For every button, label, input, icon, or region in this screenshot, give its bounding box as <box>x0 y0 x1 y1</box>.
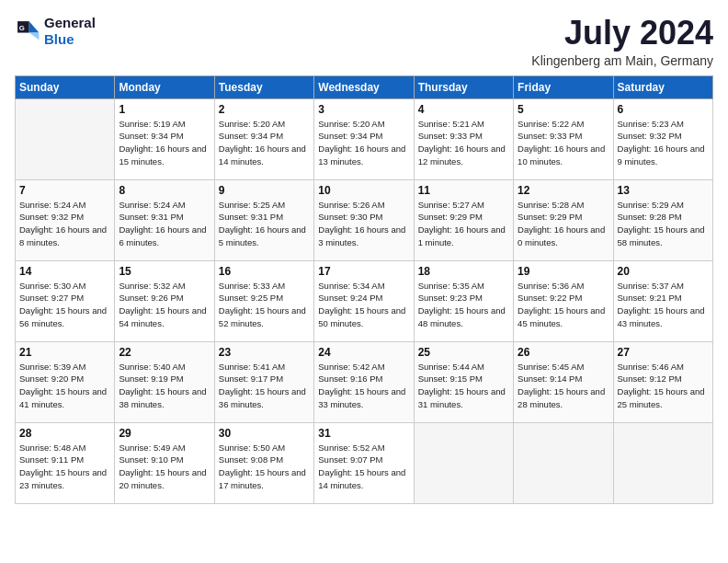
day-cell: 13Sunrise: 5:29 AMSunset: 9:28 PMDayligh… <box>613 179 712 260</box>
day-info: Sunrise: 5:37 AMSunset: 9:21 PMDaylight:… <box>618 280 709 330</box>
day-info: Sunrise: 5:46 AMSunset: 9:12 PMDaylight:… <box>618 361 709 411</box>
day-number: 13 <box>618 184 709 197</box>
day-info: Sunrise: 5:29 AMSunset: 9:28 PMDaylight:… <box>618 199 709 249</box>
day-cell: 3Sunrise: 5:20 AMSunset: 9:34 PMDaylight… <box>314 98 414 179</box>
day-cell <box>414 422 513 503</box>
day-number: 25 <box>418 346 509 359</box>
day-info: Sunrise: 5:34 AMSunset: 9:24 PMDaylight:… <box>318 280 409 330</box>
day-cell: 23Sunrise: 5:41 AMSunset: 9:17 PMDayligh… <box>214 341 313 422</box>
day-number: 6 <box>618 103 709 116</box>
day-info: Sunrise: 5:24 AMSunset: 9:31 PMDaylight:… <box>119 199 210 249</box>
day-cell: 5Sunrise: 5:22 AMSunset: 9:33 PMDaylight… <box>514 98 613 179</box>
day-number: 3 <box>318 103 409 116</box>
day-cell: 8Sunrise: 5:24 AMSunset: 9:31 PMDaylight… <box>115 179 214 260</box>
day-cell: 24Sunrise: 5:42 AMSunset: 9:16 PMDayligh… <box>314 341 414 422</box>
week-row-4: 21Sunrise: 5:39 AMSunset: 9:20 PMDayligh… <box>16 341 713 422</box>
day-cell: 12Sunrise: 5:28 AMSunset: 9:29 PMDayligh… <box>514 179 613 260</box>
week-row-5: 28Sunrise: 5:48 AMSunset: 9:11 PMDayligh… <box>16 422 713 503</box>
day-cell: 31Sunrise: 5:52 AMSunset: 9:07 PMDayligh… <box>314 422 414 503</box>
weekday-header-wednesday: Wednesday <box>314 75 414 98</box>
day-cell: 30Sunrise: 5:50 AMSunset: 9:08 PMDayligh… <box>214 422 313 503</box>
day-number: 19 <box>518 265 609 278</box>
weekday-header-thursday: Thursday <box>414 75 513 98</box>
day-number: 5 <box>518 103 609 116</box>
day-number: 12 <box>518 184 609 197</box>
day-number: 17 <box>318 265 409 278</box>
logo-icon: G <box>15 18 40 44</box>
day-info: Sunrise: 5:41 AMSunset: 9:17 PMDaylight:… <box>219 361 310 411</box>
day-info: Sunrise: 5:22 AMSunset: 9:33 PMDaylight:… <box>518 118 609 168</box>
day-info: Sunrise: 5:20 AMSunset: 9:34 PMDaylight:… <box>219 118 310 168</box>
day-cell: 4Sunrise: 5:21 AMSunset: 9:33 PMDaylight… <box>414 98 513 179</box>
day-cell: 20Sunrise: 5:37 AMSunset: 9:21 PMDayligh… <box>613 260 712 341</box>
day-info: Sunrise: 5:30 AMSunset: 9:27 PMDaylight:… <box>19 280 110 330</box>
day-cell: 6Sunrise: 5:23 AMSunset: 9:32 PMDaylight… <box>613 98 712 179</box>
day-info: Sunrise: 5:19 AMSunset: 9:34 PMDaylight:… <box>119 118 210 168</box>
weekday-header-monday: Monday <box>115 75 214 98</box>
day-number: 15 <box>119 265 210 278</box>
logo: G General Blue <box>15 15 96 48</box>
day-number: 4 <box>418 103 509 116</box>
day-cell: 26Sunrise: 5:45 AMSunset: 9:14 PMDayligh… <box>514 341 613 422</box>
day-info: Sunrise: 5:28 AMSunset: 9:29 PMDaylight:… <box>518 199 609 249</box>
week-row-1: 1Sunrise: 5:19 AMSunset: 9:34 PMDaylight… <box>16 98 713 179</box>
day-number: 11 <box>418 184 509 197</box>
day-number: 27 <box>618 346 709 359</box>
day-number: 31 <box>318 427 409 440</box>
day-cell <box>613 422 712 503</box>
day-info: Sunrise: 5:27 AMSunset: 9:29 PMDaylight:… <box>418 199 509 249</box>
svg-marker-0 <box>29 21 40 32</box>
day-info: Sunrise: 5:48 AMSunset: 9:11 PMDaylight:… <box>19 442 110 492</box>
weekday-header-tuesday: Tuesday <box>214 75 313 98</box>
day-cell: 29Sunrise: 5:49 AMSunset: 9:10 PMDayligh… <box>115 422 214 503</box>
day-number: 28 <box>19 427 110 440</box>
day-cell: 14Sunrise: 5:30 AMSunset: 9:27 PMDayligh… <box>16 260 115 341</box>
day-cell: 17Sunrise: 5:34 AMSunset: 9:24 PMDayligh… <box>314 260 414 341</box>
day-cell <box>16 98 115 179</box>
day-info: Sunrise: 5:42 AMSunset: 9:16 PMDaylight:… <box>318 361 409 411</box>
weekday-header-friday: Friday <box>514 75 613 98</box>
day-number: 29 <box>119 427 210 440</box>
day-info: Sunrise: 5:50 AMSunset: 9:08 PMDaylight:… <box>219 442 310 492</box>
day-number: 8 <box>119 184 210 197</box>
day-number: 7 <box>19 184 110 197</box>
day-cell: 11Sunrise: 5:27 AMSunset: 9:29 PMDayligh… <box>414 179 513 260</box>
svg-text:G: G <box>19 24 25 32</box>
day-number: 16 <box>219 265 310 278</box>
day-cell: 10Sunrise: 5:26 AMSunset: 9:30 PMDayligh… <box>314 179 414 260</box>
day-cell: 21Sunrise: 5:39 AMSunset: 9:20 PMDayligh… <box>16 341 115 422</box>
day-info: Sunrise: 5:52 AMSunset: 9:07 PMDaylight:… <box>318 442 409 492</box>
calendar-table: SundayMondayTuesdayWednesdayThursdayFrid… <box>15 75 713 504</box>
day-info: Sunrise: 5:33 AMSunset: 9:25 PMDaylight:… <box>219 280 310 330</box>
svg-marker-1 <box>29 33 40 40</box>
day-number: 24 <box>318 346 409 359</box>
day-info: Sunrise: 5:35 AMSunset: 9:23 PMDaylight:… <box>418 280 509 330</box>
day-info: Sunrise: 5:23 AMSunset: 9:32 PMDaylight:… <box>618 118 709 168</box>
day-cell: 9Sunrise: 5:25 AMSunset: 9:31 PMDaylight… <box>214 179 313 260</box>
day-info: Sunrise: 5:26 AMSunset: 9:30 PMDaylight:… <box>318 199 409 249</box>
day-number: 22 <box>119 346 210 359</box>
day-info: Sunrise: 5:32 AMSunset: 9:26 PMDaylight:… <box>119 280 210 330</box>
day-info: Sunrise: 5:39 AMSunset: 9:20 PMDaylight:… <box>19 361 110 411</box>
day-cell: 16Sunrise: 5:33 AMSunset: 9:25 PMDayligh… <box>214 260 313 341</box>
week-row-3: 14Sunrise: 5:30 AMSunset: 9:27 PMDayligh… <box>16 260 713 341</box>
weekday-header-saturday: Saturday <box>613 75 712 98</box>
day-cell: 15Sunrise: 5:32 AMSunset: 9:26 PMDayligh… <box>115 260 214 341</box>
day-number: 2 <box>219 103 310 116</box>
day-info: Sunrise: 5:21 AMSunset: 9:33 PMDaylight:… <box>418 118 509 168</box>
day-cell: 1Sunrise: 5:19 AMSunset: 9:34 PMDaylight… <box>115 98 214 179</box>
weekday-header-row: SundayMondayTuesdayWednesdayThursdayFrid… <box>16 75 713 98</box>
logo-text: General Blue <box>44 15 96 48</box>
day-info: Sunrise: 5:20 AMSunset: 9:34 PMDaylight:… <box>318 118 409 168</box>
day-number: 30 <box>219 427 310 440</box>
day-info: Sunrise: 5:24 AMSunset: 9:32 PMDaylight:… <box>19 199 110 249</box>
day-cell: 19Sunrise: 5:36 AMSunset: 9:22 PMDayligh… <box>514 260 613 341</box>
day-cell <box>514 422 613 503</box>
location: Klingenberg am Main, Germany <box>531 53 713 68</box>
day-cell: 2Sunrise: 5:20 AMSunset: 9:34 PMDaylight… <box>214 98 313 179</box>
day-number: 20 <box>618 265 709 278</box>
day-cell: 18Sunrise: 5:35 AMSunset: 9:23 PMDayligh… <box>414 260 513 341</box>
day-number: 18 <box>418 265 509 278</box>
day-info: Sunrise: 5:44 AMSunset: 9:15 PMDaylight:… <box>418 361 509 411</box>
day-cell: 27Sunrise: 5:46 AMSunset: 9:12 PMDayligh… <box>613 341 712 422</box>
